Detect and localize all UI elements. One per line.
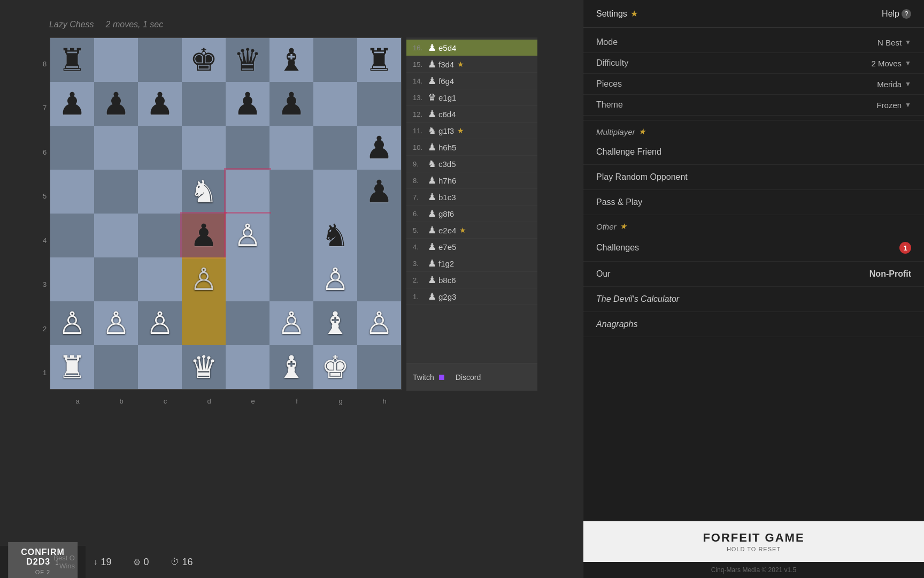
menu-item[interactable]: Play Random Opponent <box>583 165 924 190</box>
cell-g4[interactable]: ♞ <box>313 214 357 257</box>
cell-d3[interactable]: ♙ <box>182 257 226 301</box>
cell-d5[interactable]: ♞ <box>182 170 226 214</box>
cell-a5[interactable] <box>50 170 94 214</box>
cell-h6[interactable]: ♟ <box>357 126 401 170</box>
cell-a6[interactable] <box>50 126 94 170</box>
menu-item[interactable]: Pass & Play <box>583 190 924 215</box>
cell-a2[interactable]: ♙ <box>50 301 94 345</box>
filter-value: 0 <box>144 557 149 568</box>
cell-c3[interactable] <box>138 257 182 301</box>
cell-h2[interactable]: ♙ <box>357 301 401 345</box>
cell-e5[interactable] <box>226 170 270 214</box>
cell-b7[interactable]: ♟ <box>94 82 138 126</box>
move-row[interactable]: 6. ♟ g8f6 <box>406 206 537 222</box>
cell-f4[interactable] <box>270 214 313 257</box>
cell-c8[interactable] <box>138 38 182 82</box>
move-row[interactable]: 10. ♟ h6h5 <box>406 139 537 156</box>
cell-b4[interactable] <box>94 214 138 257</box>
cell-g3[interactable]: ♙ <box>313 257 357 301</box>
cell-f3[interactable] <box>270 257 313 301</box>
cell-d7[interactable] <box>182 82 226 126</box>
menu-item[interactable]: Challenge Friend <box>583 140 924 165</box>
cell-a1[interactable]: ♜ <box>50 345 94 389</box>
move-row[interactable]: 9. ♞ c3d5 <box>406 156 537 172</box>
cell-h5[interactable]: ♟ <box>357 170 401 214</box>
cell-b8[interactable] <box>94 38 138 82</box>
move-row[interactable]: 14. ♟ f6g4 <box>406 73 537 89</box>
move-row[interactable]: 7. ♟ b1c3 <box>406 189 537 206</box>
cell-d1[interactable]: ♛ <box>182 345 226 389</box>
cell-h7[interactable] <box>357 82 401 126</box>
cell-c7[interactable]: ♟ <box>138 82 182 126</box>
cell-g7[interactable] <box>313 82 357 126</box>
cell-g6[interactable] <box>313 126 357 170</box>
cell-a3[interactable] <box>50 257 94 301</box>
cell-g2[interactable]: ♝ <box>313 301 357 345</box>
cell-b6[interactable] <box>94 126 138 170</box>
cell-f7[interactable]: ♟ <box>270 82 313 126</box>
cell-e1[interactable] <box>226 345 270 389</box>
move-row[interactable]: 1. ♟ g2g3 <box>406 288 537 305</box>
cell-e4[interactable]: ♙ <box>226 214 270 257</box>
cell-c1[interactable] <box>138 345 182 389</box>
other-menu-item[interactable]: The Devil's Calculator <box>583 287 924 312</box>
other-menu-item[interactable]: Our Non-Profit <box>583 262 924 287</box>
cell-e2[interactable] <box>226 301 270 345</box>
move-row[interactable]: 11. ♞ g1f3 ★ <box>406 123 537 139</box>
cell-a8[interactable]: ♜ <box>50 38 94 82</box>
cell-c5[interactable] <box>138 170 182 214</box>
move-row[interactable]: 2. ♟ b8c6 <box>406 272 537 288</box>
cell-d4[interactable]: ♟ <box>182 214 226 257</box>
settings-row-value[interactable]: Frozen ▼ <box>876 101 911 110</box>
cell-h8[interactable]: ♜ <box>357 38 401 82</box>
move-row[interactable]: 8. ♟ h7h6 <box>406 172 537 189</box>
cell-d8[interactable]: ♚ <box>182 38 226 82</box>
other-menu-item[interactable]: Challenges1 <box>583 234 924 262</box>
settings-row-value[interactable]: 2 Moves ▼ <box>871 59 911 68</box>
cell-b3[interactable] <box>94 257 138 301</box>
cell-c4[interactable] <box>138 214 182 257</box>
cell-d6[interactable] <box>182 126 226 170</box>
move-row[interactable]: 12. ♟ c6d4 <box>406 106 537 123</box>
settings-row: Difficulty 2 Moves ▼ <box>583 53 924 74</box>
move-row[interactable]: 16. ♟ e5d4 <box>406 40 537 56</box>
cell-e6[interactable] <box>226 126 270 170</box>
move-row[interactable]: 3. ♟ f1g2 <box>406 255 537 272</box>
move-row[interactable]: 4. ♟ e7e5 <box>406 239 537 255</box>
cell-h1[interactable] <box>357 345 401 389</box>
cell-h4[interactable] <box>357 214 401 257</box>
cell-a4[interactable] <box>50 214 94 257</box>
twitch-item[interactable]: Twitch ■ <box>413 371 445 383</box>
settings-row-value[interactable]: N Best ▼ <box>877 38 911 47</box>
cell-g8[interactable] <box>313 38 357 82</box>
cell-b1[interactable] <box>94 345 138 389</box>
cell-f1[interactable]: ♝ <box>270 345 313 389</box>
cell-f8[interactable]: ♝ <box>270 38 313 82</box>
cell-b5[interactable] <box>94 170 138 214</box>
cell-g1[interactable]: ♚ <box>313 345 357 389</box>
cell-e8[interactable]: ♛ <box>226 38 270 82</box>
settings-row-value[interactable]: Merida ▼ <box>877 80 911 89</box>
other-menu-item[interactable]: Anagraphs <box>583 312 924 337</box>
cell-b2[interactable]: ♙ <box>94 301 138 345</box>
cell-c2[interactable]: ♙ <box>138 301 182 345</box>
cell-f2[interactable]: ♙ <box>270 301 313 345</box>
cell-e7[interactable]: ♟ <box>226 82 270 126</box>
discord-item[interactable]: Discord <box>456 373 481 382</box>
move-row[interactable]: 15. ♟ f3d4 ★ <box>406 56 537 73</box>
help-link[interactable]: Help ? <box>882 9 911 19</box>
cell-e3[interactable] <box>226 257 270 301</box>
chess-board[interactable]: ♜ ♚ ♛ ♝ ♜ ♟ ♟ ♟ ♟ ♟ <box>50 37 402 390</box>
cell-g5[interactable] <box>313 170 357 214</box>
cell-d2[interactable] <box>182 301 226 345</box>
settings-link[interactable]: Settings ★ <box>596 9 638 19</box>
cell-f5[interactable] <box>270 170 313 214</box>
cell-a7[interactable]: ♟ <box>50 82 94 126</box>
forfeit-button[interactable]: FORFEIT GAME HOLD TO RESET <box>583 521 924 562</box>
cell-h3[interactable] <box>357 257 401 301</box>
move-list[interactable]: 16. ♟ e5d4 15. ♟ f3d4 ★ 14. ♟ f6g4 13. ♛… <box>406 37 537 363</box>
move-row[interactable]: 13. ♛ e1g1 <box>406 89 537 106</box>
cell-c6[interactable] <box>138 126 182 170</box>
cell-f6[interactable] <box>270 126 313 170</box>
move-row[interactable]: 5. ♟ e2e4 ★ <box>406 222 537 239</box>
